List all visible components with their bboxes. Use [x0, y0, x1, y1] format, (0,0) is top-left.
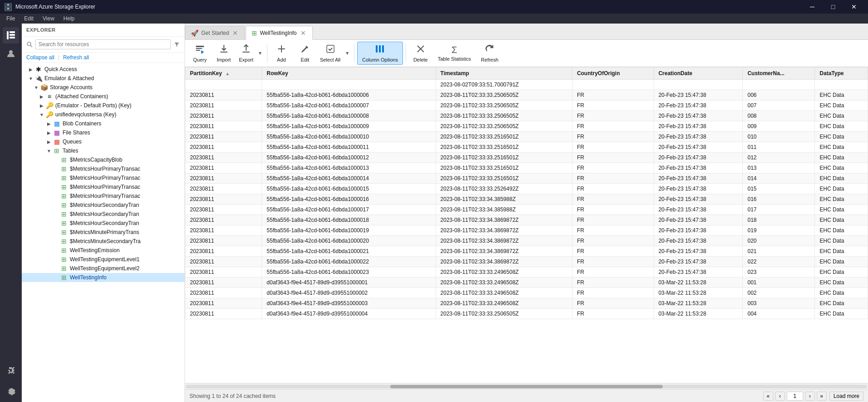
- next-page-button[interactable]: ›: [805, 392, 815, 401]
- table-row[interactable]: 2023081155fba556-1a8a-42cd-b061-6dbda100…: [185, 184, 868, 194]
- close-button[interactable]: ✕: [844, 0, 864, 14]
- import-button[interactable]: Import: [212, 42, 235, 64]
- minimize-button[interactable]: ─: [802, 0, 823, 14]
- table-row[interactable]: 2023081155fba556-1a8a-42cd-b061-6dbda100…: [185, 257, 868, 267]
- tree-table-4[interactable]: ⊞ $MetricsHourPrimaryTransac: [22, 182, 184, 191]
- cell-15-4: 20-Feb-23 15:47:38: [654, 236, 743, 246]
- tab-well-testing-info[interactable]: ⊞ WellTestingInfo ✕: [246, 26, 312, 40]
- tree-tables[interactable]: ▼ ⊞ Tables: [22, 146, 184, 155]
- table-row[interactable]: 2023081155fba556-1a8a-42cd-b061-6dbda100…: [185, 236, 868, 246]
- table-row[interactable]: 2023-08-02T09:33:51.7000791Z: [185, 80, 868, 90]
- account-icon-btn[interactable]: [3, 45, 19, 62]
- export-main[interactable]: Export: [236, 42, 256, 64]
- export-button-group[interactable]: Export ▼: [236, 42, 264, 64]
- table-row[interactable]: 20230811d0af3643-f9e4-4517-89d9-d3955100…: [185, 309, 868, 319]
- table-row[interactable]: 2023081155fba556-1a8a-42cd-b061-6dbda100…: [185, 225, 868, 236]
- explorer-icon-btn[interactable]: [3, 27, 19, 43]
- table-row[interactable]: 20230811d0af3643-f9e4-4517-89d9-d3955100…: [185, 278, 868, 288]
- table-row[interactable]: 2023081155fba556-1a8a-42cd-b061-6dbda100…: [185, 246, 868, 257]
- table-row[interactable]: 2023081155fba556-1a8a-42cd-b061-6dbda100…: [185, 111, 868, 121]
- tab-well-testing-close[interactable]: ✕: [300, 29, 307, 37]
- last-page-button[interactable]: »: [817, 392, 827, 401]
- tree-blob-containers[interactable]: ▶ ▦ Blob Containers: [22, 119, 184, 128]
- tree-table-7[interactable]: ⊞ $MetricsHourSecondaryTran: [22, 210, 184, 219]
- tree-quick-access[interactable]: ▶ ✱ Quick Access: [22, 65, 184, 74]
- edit-button[interactable]: Edit: [294, 42, 316, 64]
- tree-table-8[interactable]: ⊞ $MetricsHourSecondaryTran: [22, 219, 184, 228]
- delete-button[interactable]: Delete: [409, 42, 432, 64]
- col-header-row-key[interactable]: RowKey: [262, 67, 436, 80]
- table-row[interactable]: 2023081155fba556-1a8a-42cd-b061-6dbda100…: [185, 194, 868, 205]
- tree-emulator-default[interactable]: ▶ 🔑 (Emulator - Default Ports) (Key): [22, 101, 184, 110]
- select-all-arrow[interactable]: ▼: [343, 42, 351, 64]
- menu-view[interactable]: View: [38, 14, 59, 24]
- maximize-button[interactable]: □: [823, 0, 844, 14]
- table-row[interactable]: 2023081155fba556-1a8a-42cd-b061-6dbda100…: [185, 90, 868, 100]
- tree-table-6[interactable]: ⊞ $MetricsHourSecondaryTran: [22, 201, 184, 210]
- refresh-all-link[interactable]: Refresh all: [63, 54, 89, 61]
- select-all-main[interactable]: Select All: [317, 42, 343, 64]
- tree-table-10[interactable]: ⊞ $MetricsMinuteSecondaryTra: [22, 237, 184, 246]
- tab-get-started-close[interactable]: ✕: [232, 29, 239, 37]
- menu-file[interactable]: File: [2, 14, 19, 24]
- table-row[interactable]: 2023081155fba556-1a8a-42cd-b061-6dbda100…: [185, 100, 868, 111]
- first-page-button[interactable]: «: [763, 392, 773, 401]
- table-row[interactable]: 20230811d0af3643-f9e4-4517-89d9-d3955100…: [185, 298, 868, 309]
- plugins-icon-btn[interactable]: [3, 362, 19, 378]
- tree-table-well-emission[interactable]: ⊞ WellTestingEmission: [22, 246, 184, 255]
- grid-container[interactable]: PartitionKey ▲ RowKey Timestamp CountryO…: [185, 67, 868, 383]
- tree-table-metrics-capacity[interactable]: ⊞ $MetricsCapacityBlob: [22, 155, 184, 164]
- add-button[interactable]: Add: [270, 42, 293, 64]
- col-header-timestamp[interactable]: Timestamp: [436, 67, 572, 80]
- menu-edit[interactable]: Edit: [19, 14, 38, 24]
- table-row[interactable]: 2023081155fba556-1a8a-42cd-b061-6dbda100…: [185, 121, 868, 132]
- scrollbar-track[interactable]: [186, 385, 867, 388]
- tree-file-shares[interactable]: ▶ ▦ File Shares: [22, 128, 184, 137]
- select-all-button-group[interactable]: Select All ▼: [317, 42, 351, 64]
- table-row[interactable]: 2023081155fba556-1a8a-42cd-b061-6dbda100…: [185, 205, 868, 215]
- table-row[interactable]: 2023081155fba556-1a8a-42cd-b061-6dbda100…: [185, 142, 868, 153]
- refresh-button[interactable]: Refresh: [476, 42, 503, 64]
- col-header-creation-date[interactable]: CreationDate: [654, 67, 743, 80]
- table-row[interactable]: 2023081155fba556-1a8a-42cd-b061-6dbda100…: [185, 132, 868, 142]
- column-options-button[interactable]: Column Options: [357, 42, 403, 65]
- scrollbar-thumb[interactable]: [390, 385, 663, 388]
- load-more-button[interactable]: Load more: [829, 392, 863, 401]
- export-arrow[interactable]: ▼: [256, 42, 264, 64]
- table-row[interactable]: 2023081155fba556-1a8a-42cd-b061-6dbda100…: [185, 267, 868, 278]
- page-input[interactable]: [787, 392, 803, 401]
- tree-table-2[interactable]: ⊞ $MetricsHourPrimaryTransac: [22, 164, 184, 173]
- col-header-partition-key[interactable]: PartitionKey ▲: [185, 67, 262, 80]
- cell-15-1: 55fba556-1a8a-42cd-b061-6dbda1000020: [262, 236, 436, 246]
- tree-storage-accounts[interactable]: ▼ 📦 Storage Accounts: [22, 83, 184, 92]
- tree-table-well-eq1[interactable]: ⊞ WellTestingEquipmentLevel1: [22, 255, 184, 264]
- collapse-all-link[interactable]: Collapse all: [26, 54, 54, 61]
- column-options-icon: [375, 44, 385, 56]
- menu-help[interactable]: Help: [59, 14, 79, 24]
- filter-icon[interactable]: [174, 41, 180, 48]
- tree-table-well-eq2[interactable]: ⊞ WellTestingEquipmentLevel2: [22, 264, 184, 273]
- settings-icon-btn[interactable]: [3, 382, 19, 398]
- col-header-country[interactable]: CountryOfOrigin: [572, 67, 654, 80]
- table-row[interactable]: 2023081155fba556-1a8a-42cd-b061-6dbda100…: [185, 215, 868, 225]
- col-header-data-type[interactable]: DataType: [815, 67, 868, 80]
- tree-table-3[interactable]: ⊞ $MetricsHourPrimaryTransac: [22, 173, 184, 182]
- table-row[interactable]: 20230811d0af3643-f9e4-4517-89d9-d3955100…: [185, 288, 868, 298]
- query-button[interactable]: Query: [189, 42, 211, 64]
- tree-emulator-attached[interactable]: ▼ 🔌 Emulator & Attached: [22, 74, 184, 83]
- table-row[interactable]: 2023081155fba556-1a8a-42cd-b061-6dbda100…: [185, 163, 868, 173]
- table-statistics-button[interactable]: Σ Table Statistics: [433, 43, 475, 63]
- table-row[interactable]: 2023081155fba556-1a8a-42cd-b061-6dbda100…: [185, 153, 868, 163]
- horizontal-scrollbar[interactable]: [185, 383, 868, 389]
- tree-table-9[interactable]: ⊞ $MetricsMinutePrimaryTrans: [22, 228, 184, 237]
- tree-queues[interactable]: ▶ ▦ Queues: [22, 137, 184, 146]
- tree-table-5[interactable]: ⊞ $MetricsHourPrimaryTransac: [22, 191, 184, 201]
- prev-page-button[interactable]: ‹: [775, 392, 785, 401]
- col-header-customer-name[interactable]: CustomerNa...: [743, 67, 815, 80]
- table-row[interactable]: 2023081155fba556-1a8a-42cd-b061-6dbda100…: [185, 173, 868, 184]
- tree-unifiedevq[interactable]: ▼ 🔑 unifiedevqclustersa (Key): [22, 110, 184, 119]
- search-input[interactable]: [35, 39, 171, 49]
- tree-table-well-info[interactable]: ⊞ WellTestingInfo: [22, 273, 184, 282]
- tree-attached-containers[interactable]: ▶ ≡ (Attached Containers): [22, 92, 184, 101]
- tab-get-started[interactable]: 🚀 Get Started ✕: [185, 26, 245, 39]
